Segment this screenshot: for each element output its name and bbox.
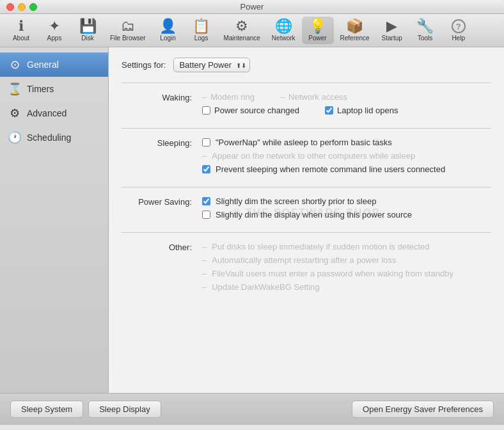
restart-label: Automatically attempt restarting after a… <box>212 255 396 265</box>
filebrowser-icon: 🗂 <box>121 19 135 33</box>
modem-dash: – <box>202 92 207 102</box>
energy-saver-button[interactable]: Open Energy Saver Preferences <box>352 401 494 418</box>
toolbar-item-help[interactable]: ? Help <box>443 17 475 44</box>
toolbar-item-login[interactable]: 👤 Login <box>152 17 184 44</box>
appear-network-row: – Appear on the network to other compute… <box>202 151 491 161</box>
maximize-button[interactable] <box>29 3 37 11</box>
minimize-button[interactable] <box>18 3 26 11</box>
scheduling-icon: 🕐 <box>8 131 22 145</box>
toolbar-label-maintenance: Maintenance <box>224 35 260 42</box>
toolbar-label-network: Network <box>272 35 295 42</box>
other-label: Other: <box>122 242 192 292</box>
settings-for-row: Settings for: Battery Power Power Adapte… <box>122 58 491 72</box>
toolbar-item-network[interactable]: 🌐 Network <box>267 17 301 44</box>
maintenance-icon: ⚙ <box>235 19 248 33</box>
disks-sleep-row: – Put disks to sleep immediately if sudd… <box>202 242 491 251</box>
power-saving-section: Power Saving: Slightly dim the screen sh… <box>122 187 491 232</box>
prevent-sleeping-row: Prevent sleeping when remote command lin… <box>202 164 491 174</box>
filevault-dash: – <box>202 269 207 278</box>
toolbar-label-startup: Startup <box>382 35 402 42</box>
restart-dash: – <box>202 255 207 265</box>
window-controls[interactable] <box>6 3 37 11</box>
about-icon: ℹ <box>19 19 24 33</box>
toolbar-item-power[interactable]: 💡 Power <box>302 17 334 44</box>
toolbar-item-logs[interactable]: 📋 Logs <box>185 17 217 44</box>
waking-modem-row: – Modem ring <box>202 92 255 102</box>
sidebar-label-advanced: Advanced <box>27 108 67 118</box>
toolbar-label-logs: Logs <box>194 35 209 42</box>
general-icon: ⊙ <box>8 58 22 72</box>
laptop-lid-label: Laptop lid opens <box>337 106 398 115</box>
sleeping-row: Sleeping: "PowerNap" while asleep to per… <box>122 138 491 174</box>
filevault-label: FileVault users must enter a password wh… <box>212 269 453 278</box>
dim-screen-label: Slightly dim the screen shortly prior to… <box>216 196 376 206</box>
power-icon: 💡 <box>309 19 326 33</box>
network-access-label: Network access <box>288 92 347 102</box>
sidebar-item-scheduling[interactable]: 🕐 Scheduling <box>0 125 108 150</box>
laptop-lid-checkbox[interactable] <box>325 106 333 115</box>
dim-display-row: Slightly dim the display when using this… <box>202 210 491 219</box>
powernap-row: "PowerNap" while asleep to perform basic… <box>202 138 491 147</box>
toolbar-label-power: Power <box>308 35 326 42</box>
dim-screen-row: Slightly dim the screen shortly prior to… <box>202 196 491 206</box>
sidebar-item-general[interactable]: ⊙ General <box>0 52 108 77</box>
appear-dash: – <box>202 151 207 161</box>
disk-icon: 💾 <box>79 19 97 33</box>
power-source-label: Power source changed <box>214 106 299 115</box>
toolbar-label-disk: Disk <box>81 35 93 42</box>
sidebar-label-timers: Timers <box>27 84 54 94</box>
waking-network-row: – Network access <box>280 92 347 102</box>
appear-network-label: Appear on the network to other computers… <box>212 151 415 161</box>
settings-select-wrapper[interactable]: Battery Power Power Adapter ⬆⬇ <box>173 58 250 72</box>
main-layout: ⊙ General ⌛ Timers ⚙ Advanced 🕐 Scheduli… <box>0 47 504 393</box>
settings-select[interactable]: Battery Power Power Adapter <box>173 58 250 72</box>
filevault-row: – FileVault users must enter a password … <box>202 269 491 278</box>
help-icon: ? <box>452 19 466 33</box>
toolbar: ℹ About ✦ Apps 💾 Disk 🗂 File Browser 👤 L… <box>0 14 504 47</box>
dim-screen-checkbox[interactable] <box>202 197 210 205</box>
close-button[interactable] <box>6 3 14 11</box>
apps-icon: ✦ <box>49 19 60 33</box>
power-source-checkbox[interactable] <box>202 106 210 115</box>
waking-section: Waking: – Modem ring – Network access <box>122 83 491 128</box>
toolbar-item-startup[interactable]: ▶ Startup <box>376 17 408 44</box>
logs-icon: 📋 <box>193 19 210 33</box>
advanced-icon: ⚙ <box>8 106 22 120</box>
restart-row: – Automatically attempt restarting after… <box>202 255 491 265</box>
prevent-sleeping-label: Prevent sleeping when remote command lin… <box>216 164 445 174</box>
powernap-label: "PowerNap" while asleep to perform basic… <box>216 138 392 147</box>
network-dash: – <box>280 92 285 102</box>
sidebar-item-timers[interactable]: ⌛ Timers <box>0 77 108 101</box>
toolbar-item-reference[interactable]: 📦 Reference <box>335 17 375 44</box>
dim-display-label: Slightly dim the display when using this… <box>216 210 412 219</box>
content-area: © THE SOFTWARE SHOP Settings for: Batter… <box>109 47 504 393</box>
toolbar-item-maintenance[interactable]: ⚙ Maintenance <box>219 17 265 44</box>
sleep-display-button[interactable]: Sleep Display <box>88 401 161 418</box>
toolbar-item-about[interactable]: ℹ About <box>5 17 37 44</box>
sleeping-label: Sleeping: <box>122 138 192 174</box>
sleep-system-button[interactable]: Sleep System <box>10 401 83 418</box>
darkwake-label: Update DarkWakeBG Setting <box>212 282 320 292</box>
other-section: Other: – Put disks to sleep immediately … <box>122 232 491 305</box>
startup-icon: ▶ <box>386 19 397 33</box>
toolbar-item-apps[interactable]: ✦ Apps <box>38 17 70 44</box>
sidebar-label-general: General <box>27 60 59 70</box>
other-content: – Put disks to sleep immediately if sudd… <box>202 242 491 292</box>
prevent-sleeping-checkbox[interactable] <box>202 165 210 173</box>
timers-icon: ⌛ <box>8 82 22 96</box>
sleeping-content: "PowerNap" while asleep to perform basic… <box>202 138 491 174</box>
settings-for-label: Settings for: <box>122 60 166 70</box>
powernap-checkbox[interactable] <box>202 138 210 147</box>
login-icon: 👤 <box>159 19 177 33</box>
darkwake-dash: – <box>202 282 207 292</box>
waking-label: Waking: <box>122 92 192 115</box>
toolbar-label-apps: Apps <box>47 35 62 42</box>
sidebar-item-advanced[interactable]: ⚙ Advanced <box>0 101 108 125</box>
toolbar-item-disk[interactable]: 💾 Disk <box>72 17 104 44</box>
dim-display-checkbox[interactable] <box>202 211 210 219</box>
toolbar-item-tools[interactable]: 🔧 Tools <box>409 17 441 44</box>
tools-icon: 🔧 <box>416 19 434 33</box>
toolbar-item-filebrowser[interactable]: 🗂 File Browser <box>105 17 151 44</box>
waking-bottom-row: Power source changed Laptop lid opens <box>202 106 491 115</box>
toolbar-label-about: About <box>13 35 29 42</box>
